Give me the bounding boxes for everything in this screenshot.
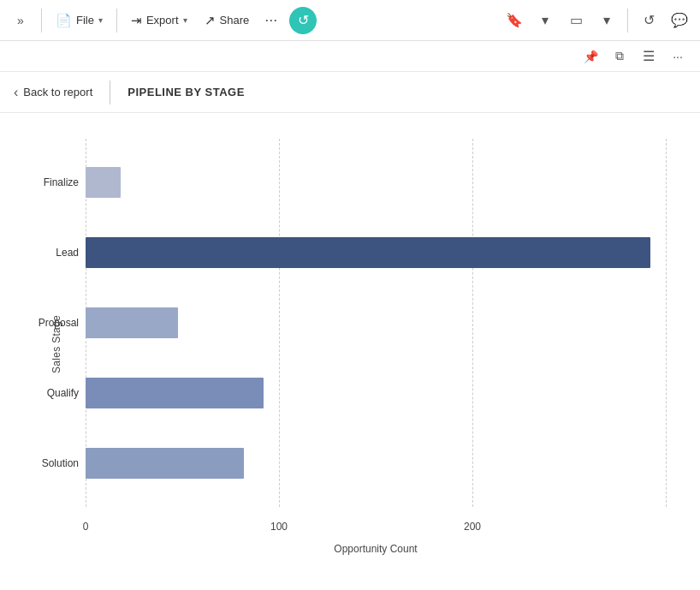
visual-more-icon: ··· — [673, 50, 683, 63]
layout-chevron-button[interactable]: ▾ — [593, 7, 620, 34]
file-chevron-icon: ▾ — [98, 15, 103, 25]
layout-button[interactable]: ▭ — [562, 7, 590, 34]
bar-row-proposal: Proposal — [86, 297, 666, 349]
toolbar-divider-3 — [627, 9, 628, 33]
chart-container: Sales Stage FinalizeLeadProposalQualifyS… — [17, 130, 683, 558]
filter-button[interactable]: ☰ — [637, 45, 661, 69]
share-label: Share — [220, 14, 250, 27]
reload-icon: ↺ — [644, 12, 655, 28]
bar-label-finalize: Finalize — [44, 176, 79, 188]
bookmark-icon: 🔖 — [506, 12, 523, 28]
file-label: File — [76, 14, 94, 27]
expand-button[interactable]: » — [7, 7, 34, 34]
x-axis: 0 100 200 — [86, 517, 666, 534]
pin-icon: 📌 — [584, 50, 598, 63]
bar-row-solution: Solution — [86, 438, 666, 489]
back-to-report-link[interactable]: ‹ Back to report — [14, 85, 92, 100]
copy-icon: ⧉ — [615, 49, 624, 63]
bar-fill-solution[interactable] — [86, 448, 244, 479]
copy-visual-button[interactable]: ⧉ — [608, 45, 632, 69]
bar-row-qualify: Qualify — [86, 367, 666, 419]
bar-track-proposal[interactable] — [86, 306, 666, 340]
bar-fill-lead[interactable] — [86, 237, 650, 268]
bar-track-lead[interactable] — [86, 235, 666, 270]
bookmark-chevron-icon: ▾ — [542, 12, 549, 28]
toolbar-right: 🔖 ▾ ▭ ▾ ↺ 💬 — [501, 7, 693, 34]
bookmark-chevron-button[interactable]: ▾ — [531, 7, 559, 34]
bookmark-button[interactable]: 🔖 — [501, 7, 528, 34]
comment-icon: 💬 — [671, 12, 688, 28]
bar-label-lead: Lead — [56, 247, 79, 259]
chart-plot-area: FinalizeLeadProposalQualifySolution — [86, 139, 666, 507]
more-button[interactable]: ··· — [259, 7, 282, 33]
share-button[interactable]: ↗ Share — [198, 7, 257, 34]
chart-area: Sales Stage FinalizeLeadProposalQualifyS… — [0, 113, 700, 567]
breadcrumb-row: ‹ Back to report PIPELINE BY STAGE — [0, 72, 700, 113]
layout-chevron-icon: ▾ — [603, 12, 610, 28]
toolbar-divider-1 — [41, 9, 42, 33]
refresh-icon: ↺ — [298, 12, 309, 28]
bar-row-finalize: Finalize — [86, 157, 666, 208]
layout-icon: ▭ — [570, 12, 583, 28]
pin-button[interactable]: 📌 — [578, 45, 602, 69]
comment-button[interactable]: 💬 — [666, 7, 693, 34]
visual-more-button[interactable]: ··· — [666, 45, 690, 69]
export-icon: ⇥ — [131, 13, 142, 28]
file-button[interactable]: 📄 File ▾ — [49, 7, 110, 34]
expand-icon: » — [17, 14, 24, 27]
reload-button[interactable]: ↺ — [635, 7, 662, 34]
bars-container: FinalizeLeadProposalQualifySolution — [86, 139, 666, 507]
toolbar-divider-2 — [116, 9, 117, 33]
back-to-report-label: Back to report — [23, 86, 92, 98]
x-tick-0: 0 — [83, 521, 89, 533]
main-toolbar: » 📄 File ▾ ⇥ Export ▾ ↗ Share ··· ↺ 🔖 ▾ … — [0, 0, 700, 41]
page-title: PIPELINE BY STAGE — [128, 86, 245, 98]
bar-track-finalize[interactable] — [86, 165, 666, 200]
file-icon: 📄 — [56, 13, 72, 28]
export-button[interactable]: ⇥ Export ▾ — [124, 7, 194, 34]
bar-track-qualify[interactable] — [86, 376, 666, 410]
x-tick-200: 200 — [464, 521, 481, 533]
secondary-toolbar: 📌 ⧉ ☰ ··· — [0, 41, 700, 72]
bar-fill-proposal[interactable] — [86, 307, 178, 338]
filter-icon: ☰ — [643, 48, 655, 64]
bar-fill-qualify[interactable] — [86, 378, 264, 408]
refresh-button[interactable]: ↺ — [289, 7, 317, 34]
back-arrow-icon: ‹ — [14, 85, 18, 100]
breadcrumb-divider — [110, 80, 110, 104]
export-chevron-icon: ▾ — [183, 15, 187, 25]
bar-fill-finalize[interactable] — [86, 167, 121, 198]
share-icon: ↗ — [205, 13, 216, 28]
bar-label-solution: Solution — [42, 457, 79, 469]
x-tick-100: 100 — [270, 521, 288, 533]
more-icon: ··· — [264, 11, 277, 28]
bar-row-lead: Lead — [86, 227, 666, 278]
x-axis-label: Opportunity Count — [86, 543, 666, 555]
bar-label-qualify: Qualify — [47, 387, 79, 399]
bar-track-solution[interactable] — [86, 446, 666, 480]
export-label: Export — [146, 14, 179, 27]
bar-label-proposal: Proposal — [39, 317, 79, 329]
gridline-300 — [666, 139, 667, 507]
